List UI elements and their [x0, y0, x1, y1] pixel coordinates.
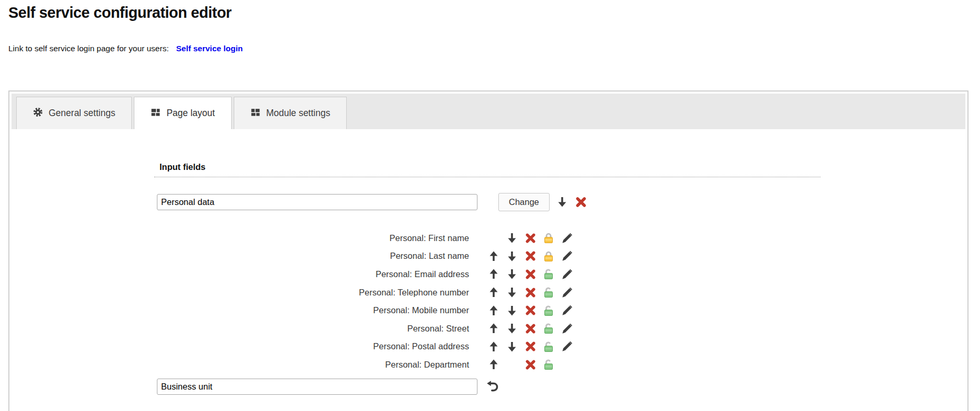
field-label: Personal: Department — [157, 360, 469, 370]
tab-strip: General settings Page layout Module sett… — [12, 94, 965, 129]
lock-open-icon[interactable] — [542, 340, 555, 353]
field-row: Personal: Telephone number — [157, 283, 821, 302]
tab-label: Page layout — [166, 108, 214, 119]
field-label: Personal: Street — [157, 324, 469, 334]
tab-label: General settings — [49, 108, 115, 119]
field-label: Personal: Last name — [157, 251, 469, 261]
edit-pencil-icon[interactable] — [561, 340, 573, 353]
move-up-icon[interactable] — [487, 340, 500, 353]
delete-icon[interactable] — [524, 340, 537, 353]
edit-pencil-icon[interactable] — [561, 286, 573, 299]
tab-label: Module settings — [266, 108, 331, 119]
lock-open-icon[interactable] — [542, 304, 555, 317]
delete-icon[interactable] — [524, 268, 537, 280]
delete-icon[interactable] — [524, 250, 537, 262]
field-row: Personal: Street — [157, 319, 821, 338]
move-down-icon[interactable] — [506, 322, 518, 335]
field-row: Personal: Last name — [157, 247, 821, 266]
new-group-input[interactable] — [157, 379, 477, 395]
layout-grid-icon — [151, 107, 161, 120]
lock-open-icon[interactable] — [542, 268, 555, 280]
new-group-row — [157, 377, 821, 397]
edit-pencil-icon[interactable] — [561, 250, 573, 262]
field-row: Personal: Department — [157, 356, 821, 374]
field-label: Personal: Email address — [157, 269, 469, 279]
delete-icon[interactable] — [524, 358, 537, 371]
change-button[interactable]: Change — [498, 193, 550, 211]
group-move-down-icon[interactable] — [556, 196, 568, 208]
edit-pencil-icon[interactable] — [561, 232, 573, 244]
edit-pencil-icon[interactable] — [561, 304, 573, 317]
edit-pencil-icon[interactable] — [561, 322, 573, 335]
move-down-icon[interactable] — [506, 304, 518, 317]
section-heading: Input fields — [154, 162, 821, 177]
modules-grid-icon — [250, 107, 260, 120]
move-down-icon[interactable] — [506, 250, 518, 262]
move-up-icon[interactable] — [487, 322, 500, 335]
field-label: Personal: First name — [157, 233, 469, 243]
move-up-icon[interactable] — [487, 304, 500, 317]
field-row: Personal: Postal address — [157, 338, 821, 356]
lock-open-icon[interactable] — [542, 322, 555, 335]
edit-pencil-icon[interactable] — [561, 268, 573, 280]
lock-open-icon[interactable] — [542, 358, 555, 371]
tab-general-settings[interactable]: General settings — [16, 97, 132, 129]
field-label: Personal: Telephone number — [157, 288, 469, 298]
delete-icon[interactable] — [524, 322, 537, 335]
move-up-icon[interactable] — [487, 250, 500, 262]
move-up-icon[interactable] — [487, 286, 500, 299]
move-down-icon[interactable] — [506, 268, 518, 280]
input-fields-section: Input fields Change Personal: First name — [154, 162, 821, 397]
field-label: Personal: Mobile number — [157, 305, 469, 315]
login-link-intro: Link to self service login page for your… — [8, 44, 169, 53]
tab-content-page-layout: Input fields Change Personal: First name — [9, 129, 967, 397]
move-down-icon[interactable] — [506, 286, 518, 299]
lock-open-icon[interactable] — [542, 286, 555, 299]
delete-icon[interactable] — [524, 304, 537, 317]
group-name-input[interactable] — [157, 194, 477, 210]
delete-icon[interactable] — [524, 232, 537, 244]
undo-icon[interactable] — [486, 381, 498, 393]
lock-closed-icon[interactable] — [542, 250, 555, 262]
delete-icon[interactable] — [524, 286, 537, 299]
group-header-row: Change — [157, 192, 821, 212]
configuration-panel: General settings Page layout Module sett… — [8, 90, 968, 411]
field-row: Personal: Mobile number — [157, 301, 821, 319]
field-label: Personal: Postal address — [157, 341, 469, 351]
move-up-icon[interactable] — [487, 268, 500, 280]
self-service-login-link[interactable]: Self service login — [176, 44, 243, 53]
login-link-line: Link to self service login page for your… — [8, 44, 243, 53]
lock-closed-icon[interactable] — [542, 232, 555, 244]
move-down-icon[interactable] — [506, 340, 518, 353]
tab-page-layout[interactable]: Page layout — [134, 97, 231, 129]
move-up-icon[interactable] — [487, 358, 500, 371]
field-row: Personal: Email address — [157, 265, 821, 283]
tab-module-settings[interactable]: Module settings — [234, 97, 347, 129]
move-down-icon[interactable] — [506, 232, 518, 244]
gear-icon — [33, 107, 43, 120]
group-delete-icon[interactable] — [575, 196, 587, 208]
field-row: Personal: First name — [157, 229, 821, 247]
page-title: Self service configuration editor — [8, 4, 232, 21]
field-rows: Personal: First name Personal: Last name… — [157, 229, 821, 374]
